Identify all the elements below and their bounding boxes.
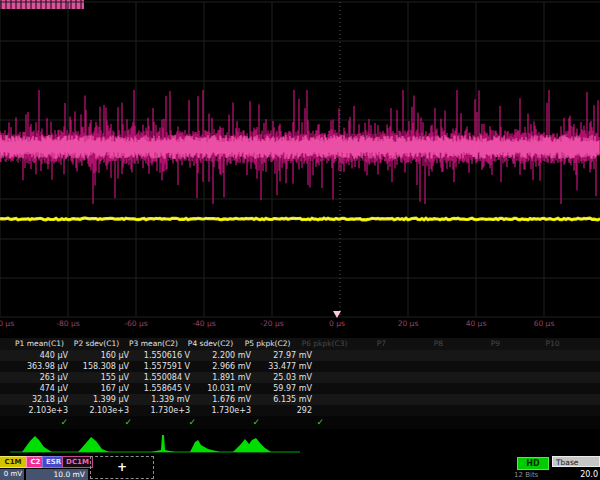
timebase-descriptor[interactable]: Tbase 20.0: [552, 456, 600, 480]
measure-cell: 33.477 mV: [255, 361, 316, 372]
histicon[interactable]: [78, 437, 109, 452]
measure-cell: 474 µV: [11, 383, 72, 394]
axis-tick-label: 60 µs: [519, 319, 569, 328]
descriptor-bar: C1M 0 mV C2 ESR DC1M 10.0 mV + HD 12 Bit…: [0, 456, 600, 480]
measure-cell: [316, 405, 377, 416]
measure-cell: [560, 350, 600, 361]
measure-cell: [438, 350, 499, 361]
measure-col-header[interactable]: P8: [410, 338, 467, 350]
histicon-row[interactable]: [0, 430, 320, 456]
measure-cell: [499, 372, 560, 383]
measure-cell: 1.730e+3: [133, 405, 194, 416]
measure-col-header[interactable]: P6 pkpk(C3): [296, 338, 353, 350]
histicon[interactable]: [233, 438, 271, 452]
measure-cell: 2.200 mV: [194, 350, 255, 361]
measure-cell: 59.97 mV: [255, 383, 316, 394]
measure-col-header[interactable]: P3 mean(C2): [125, 338, 182, 350]
axis-tick-label: -40 µs: [179, 319, 229, 328]
measure-cell: 10.031 mV: [194, 383, 255, 394]
measure-col-header[interactable]: P7: [353, 338, 410, 350]
channel-c2-descriptor[interactable]: C2 ESR DC1M 10.0 mV: [26, 456, 88, 480]
measure-cell: [377, 350, 438, 361]
c1-coupling-badge[interactable]: C1M: [0, 456, 27, 468]
measure-col-header[interactable]: P5 pkpk(C2): [239, 338, 296, 350]
measure-cell: [499, 394, 560, 405]
measure-col-header[interactable]: P4 sdev(C2): [182, 338, 239, 350]
status-check-icon: ✓: [75, 416, 139, 429]
measure-cell: [438, 394, 499, 405]
timebase-label: Tbase: [552, 456, 600, 467]
measure-cell: 1.558645 V: [133, 383, 194, 394]
measure-cell: 1.550616 V: [133, 350, 194, 361]
measure-cell: [560, 372, 600, 383]
measure-cell: [560, 361, 600, 372]
axis-tick-label: 0 µs: [312, 319, 362, 328]
measure-cell: 167 µV: [72, 383, 133, 394]
measure-cell: [316, 394, 377, 405]
measure-cell: [377, 383, 438, 394]
measure-col-header[interactable]: P10: [524, 338, 581, 350]
measure-cell: [499, 383, 560, 394]
measure-cell: 263 µV: [11, 372, 72, 383]
measure-cell: [560, 394, 600, 405]
axis-tick-label: -60 µs: [111, 319, 161, 328]
hd-mode-badge[interactable]: HD: [517, 457, 549, 470]
measure-cell: 1.550084 V: [133, 372, 194, 383]
measure-cell: [316, 361, 377, 372]
measure-cell: [377, 405, 438, 416]
histicon[interactable]: [151, 435, 175, 452]
scope-screen: -100 µs-80 µs-60 µs-40 µs-20 µs0 µs20 µs…: [0, 0, 600, 480]
channel-c1-descriptor[interactable]: C1M 0 mV: [0, 456, 24, 480]
measure-cell: 160 µV: [72, 350, 133, 361]
histicon[interactable]: [22, 436, 52, 452]
measure-cell: [438, 383, 499, 394]
measure-cell: [316, 372, 377, 383]
measure-cell: 158.308 µV: [72, 361, 133, 372]
measure-cell: [377, 361, 438, 372]
status-check-icon: [459, 416, 523, 429]
axis-tick-label: 40 µs: [451, 319, 501, 328]
add-trace-button[interactable]: +: [90, 456, 154, 479]
measure-cell: 1.339 mV: [133, 394, 194, 405]
measure-cell: 1.676 mV: [194, 394, 255, 405]
measure-col-header[interactable]: P9: [467, 338, 524, 350]
axis-tick-label: 20 µs: [383, 319, 433, 328]
measure-cell: 440 µV: [11, 350, 72, 361]
status-check-icon: ✓: [267, 416, 331, 429]
axis-tick-label: -100 µs: [0, 319, 25, 328]
measure-cell: [560, 405, 600, 416]
status-check-icon: [395, 416, 459, 429]
measure-cell: [499, 405, 560, 416]
status-check-icon: ✓: [139, 416, 203, 429]
time-axis: -100 µs-80 µs-60 µs-40 µs-20 µs0 µs20 µs…: [0, 316, 600, 330]
measure-cell: [499, 361, 560, 372]
measure-cell: 1.557591 V: [133, 361, 194, 372]
measure-cell: 6.135 mV: [255, 394, 316, 405]
measure-cell: 1.730e+3: [194, 405, 255, 416]
measure-cell: [316, 350, 377, 361]
c2-coupling-badge: DC1M: [62, 456, 93, 468]
measure-col-header[interactable]: P2 sdev(C1): [68, 338, 125, 350]
measure-cell: [316, 383, 377, 394]
measure-cell: 363.98 µV: [11, 361, 72, 372]
measure-cell: 2.966 mV: [194, 361, 255, 372]
status-check-icon: [331, 416, 395, 429]
c2-volts-per-div: 10.0 mV: [26, 469, 88, 480]
measure-cell: [560, 383, 600, 394]
measure-cell: 2.103e+3: [72, 405, 133, 416]
measure-cell: [499, 350, 560, 361]
measure-cell: 32.18 µV: [11, 394, 72, 405]
measure-cell: 25.03 mV: [255, 372, 316, 383]
timebase-value: 20.0: [552, 469, 598, 480]
status-check-icon: ✓: [203, 416, 267, 429]
waveform-display[interactable]: [0, 0, 600, 318]
measurement-table: P1 mean(C1)P2 sdev(C1)P3 mean(C2)P4 sdev…: [0, 338, 600, 429]
histicon[interactable]: [190, 440, 220, 452]
measure-cell: 27.97 mV: [255, 350, 316, 361]
axis-tick-label: -80 µs: [43, 319, 93, 328]
c1-volts-per-div: 0 mV: [0, 469, 24, 480]
measure-cell: 292: [255, 405, 316, 416]
measure-col-header[interactable]: P1 mean(C1): [11, 338, 68, 350]
measure-cell: 1.399 µV: [72, 394, 133, 405]
measure-cell: [377, 372, 438, 383]
